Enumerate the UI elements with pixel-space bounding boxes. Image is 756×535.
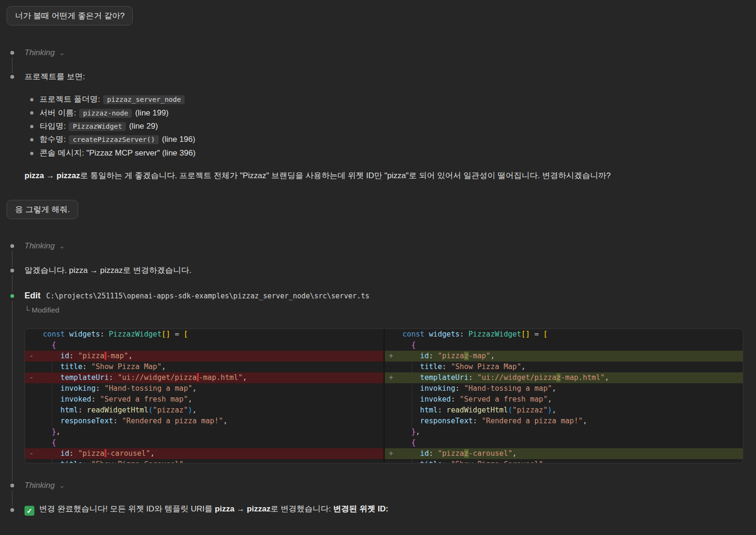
ack-text: 알겠습니다. pizza → pizzaz로 변경하겠습니다. — [24, 264, 191, 277]
edit-label: Edit — [24, 291, 41, 300]
diff-gutter-plus: + — [389, 351, 393, 362]
timeline-connector — [12, 251, 13, 267]
inline-code-chip: createPizzazServer() — [69, 135, 159, 144]
diff-row-ctx: responseText: "Rendered a pizza map!", — [25, 416, 383, 427]
timeline-bullet — [10, 484, 14, 487]
timeline-bullet — [10, 75, 14, 79]
thinking-label: Thinking — [24, 241, 55, 250]
diff-row-ctx: { — [25, 340, 383, 351]
list-bullet — [30, 138, 33, 141]
diff-row-added: + id: "pizzaz-map", — [385, 351, 743, 362]
timeline-connector — [12, 275, 13, 292]
inline-code-chip: PizzazWidget — [69, 122, 126, 131]
timeline-bullet — [10, 508, 14, 512]
diff-gutter-plus: + — [389, 448, 393, 459]
diff-row-ctx: html: readWidgetHtml("pizzaz"), — [385, 405, 743, 416]
timeline-connector — [12, 58, 13, 74]
recommendation-text: pizza → pizzaz로 통일하는 게 좋겠습니다. 프로젝트 전체가 "… — [24, 169, 610, 182]
timeline-bullet-edit — [10, 294, 14, 298]
diff-row-ctx: title: "Show Pizza Map", — [25, 362, 383, 372]
diff-pane-left[interactable]: const widgets: PizzazWidget[] = [ {- id:… — [25, 329, 385, 463]
user-message-bubble: 너가 볼때 어떤게 좋은거 같아? — [7, 6, 133, 25]
diff-row-ctx: const widgets: PizzazWidget[] = [ — [25, 329, 383, 340]
list-bullet — [30, 111, 33, 115]
chevron-down-icon: ⌄ — [59, 481, 65, 489]
timeline-connector — [12, 301, 13, 482]
diff-row-ctx: }, — [25, 427, 383, 437]
diff-row-ctx: invoked: "Served a fresh map", — [25, 394, 383, 405]
diff-row-ctx: const widgets: PizzazWidget[] = [ — [385, 329, 743, 340]
diff-row-ctx: }, — [385, 427, 743, 437]
diff-row-ctx: html: readWidgetHtml("pizzaz"), — [25, 405, 383, 416]
thinking-label: Thinking — [24, 481, 55, 490]
diff-gutter-minus: - — [29, 448, 33, 459]
diff-row-ctx: invoked: "Served a fresh map", — [385, 394, 743, 405]
thinking-toggle[interactable]: Thinking⌄ — [24, 239, 65, 253]
diff-row-ctx: invoking: "Hand-tossing a map", — [385, 383, 743, 394]
thinking-toggle[interactable]: Thinking⌄ — [24, 479, 65, 492]
diff-row-ctx: { — [385, 340, 743, 351]
list-item: 프로젝트 폴더명: pizzaz_server_node — [40, 93, 186, 106]
completion-text: ✓변경 완료했습니다! 모든 위젯 ID와 템플릿 URI를 pizza → p… — [24, 502, 388, 516]
edit-file-path: C:\projects\251115\openai-apps-sdk-examp… — [46, 292, 369, 300]
thinking-toggle[interactable]: Thinking⌄ — [24, 46, 65, 59]
diff-gutter-minus: - — [29, 372, 33, 383]
diff-viewer[interactable]: const widgets: PizzazWidget[] = [ {- id:… — [24, 329, 743, 463]
diff-row-ctx: title: "Show Pizza Carousel", — [25, 459, 383, 463]
inline-code-chip: pizzaz-node — [79, 109, 132, 118]
list-bullet — [30, 152, 33, 155]
analysis-intro: 프로젝트를 보면: — [24, 70, 85, 83]
diff-row-ctx: invoking: "Hand-tossing a map", — [25, 383, 383, 394]
diff-row-added: + id: "pizzaz-carousel", — [385, 448, 743, 459]
timeline-bullet — [10, 269, 14, 272]
diff-row-ctx: { — [385, 437, 743, 448]
diff-row-ctx: title: "Show Pizza Carousel", — [385, 459, 743, 463]
diff-row-removed: - templateUri: "ui://widget/pizza-map.ht… — [25, 372, 383, 383]
diff-row-ctx: title: "Show Pizza Map", — [385, 362, 743, 372]
check-icon: ✓ — [24, 506, 34, 516]
diff-row-ctx: { — [25, 437, 383, 448]
diff-row-removed: - id: "pizza-carousel", — [25, 448, 383, 459]
diff-row-ctx: responseText: "Rendered a pizza map!", — [385, 416, 743, 427]
diff-pane-right[interactable]: const widgets: PizzazWidget[] = [ {+ id:… — [385, 329, 743, 463]
diff-row-added: + templateUri: "ui://widget/pizzaz-map.h… — [385, 372, 743, 383]
diff-gutter-minus: - — [29, 351, 33, 362]
list-item: 타입명: PizzazWidget (line 29) — [40, 120, 158, 133]
list-bullet — [30, 125, 33, 128]
diff-gutter-plus: + — [389, 372, 393, 383]
list-item: 콘솔 메시지: "Pizzaz MCP server" (line 396) — [40, 147, 195, 160]
edit-tool-call[interactable]: EditC:\projects\251115\openai-apps-sdk-e… — [24, 289, 369, 303]
user-message-text: 너가 볼때 어떤게 좋은거 같아? — [15, 11, 124, 20]
list-item: 함수명: createPizzazServer() (line 196) — [40, 133, 195, 146]
timeline-bullet — [10, 244, 14, 248]
timeline-bullet — [10, 51, 14, 55]
list-bullet — [30, 98, 33, 101]
chevron-down-icon: ⌄ — [59, 242, 65, 250]
diff-row-removed: - id: "pizza-map", — [25, 351, 383, 362]
list-item: 서버 이름: pizzaz-node (line 199) — [40, 107, 169, 120]
user-message-text: 응 그렇게 해줘. — [15, 205, 70, 214]
timeline-connector — [12, 490, 13, 506]
edit-status-modified: └ Modified — [24, 304, 59, 317]
thinking-label: Thinking — [24, 48, 55, 57]
chat-transcript: 너가 볼때 어떤게 좋은거 같아? Thinking⌄ 프로젝트를 보면: 프로… — [0, 0, 756, 535]
chevron-down-icon: ⌄ — [59, 49, 65, 57]
inline-code-chip: pizzaz_server_node — [103, 95, 185, 104]
user-message-bubble: 응 그렇게 해줘. — [7, 200, 78, 219]
